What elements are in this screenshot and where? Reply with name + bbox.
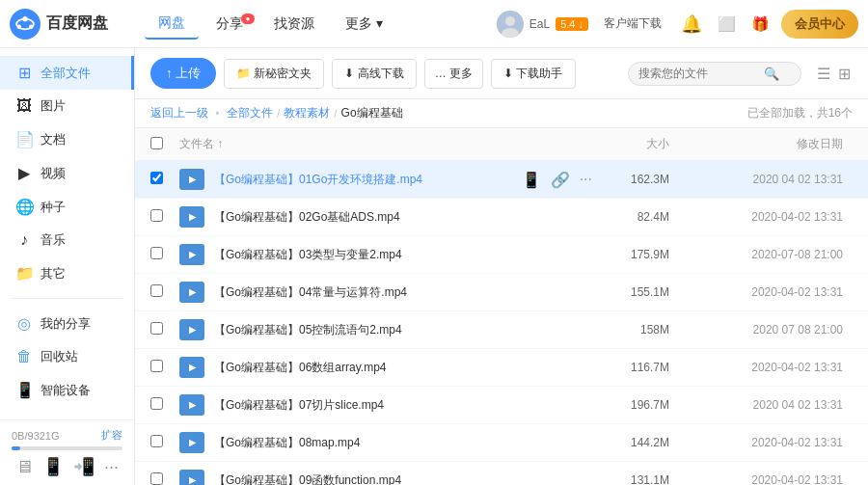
download-help-btn[interactable]: ⬇ 下载助手 [491, 59, 575, 89]
sidebar-item-my-share[interactable]: ◎ 我的分享 [0, 307, 134, 340]
storage-bar-bg [12, 446, 122, 450]
sidebar-item-docs[interactable]: 📄 文档 [0, 122, 134, 156]
file-date: 2020-04-02 13:31 [698, 436, 853, 449]
grid-view-btn[interactable]: ⊞ [836, 63, 853, 85]
sidebar-item-trash[interactable]: 🗑 回收站 [0, 340, 134, 373]
table-row[interactable]: ▶ 【Go编程基础】03类型与变量2.mp4 175.9M 2020-07-08… [135, 236, 868, 274]
gift-icon[interactable]: 🎁 [747, 12, 773, 37]
sidebar-item-all-files[interactable]: ⊞ 全部文件 [0, 56, 134, 90]
sidebar-item-other[interactable]: 📁 其它 [0, 256, 134, 290]
all-files-icon: ⊞ [15, 64, 33, 82]
sidebar-item-images[interactable]: 🖼 图片 [0, 90, 134, 122]
header-date: 修改日期 [698, 136, 853, 152]
logo-text: 百度网盘 [46, 13, 108, 34]
file-date: 2020 07 08 21:00 [698, 323, 853, 337]
file-size: 144.2M [602, 436, 698, 449]
file-name: 【Go编程基础】02Go基础ADS.mp4 [208, 209, 602, 226]
breadcrumb-back[interactable]: 返回上一级 [150, 105, 208, 121]
file-date: 2020-04-02 13:31 [698, 285, 853, 299]
images-icon: 🖼 [15, 97, 33, 115]
mobile-icon[interactable]: 📱 [522, 171, 541, 189]
file-actions: 📱 🔗 ··· [522, 171, 592, 189]
vip-center-btn[interactable]: 会员中心 [781, 10, 858, 39]
notification-icon[interactable]: 🔔 [677, 10, 706, 39]
more-btn[interactable]: … 更多 [424, 59, 483, 89]
file-size: 116.7M [602, 361, 698, 374]
new-folder-btn[interactable]: 📁 新秘密文夹 [224, 59, 324, 89]
select-all-checkbox[interactable] [150, 137, 163, 149]
file-date: 2020 04 02 13:31 [698, 173, 853, 186]
client-download-btn[interactable]: 客户端下载 [596, 12, 669, 36]
file-checkbox[interactable] [150, 472, 163, 485]
file-type-icon: ▶ [179, 357, 208, 378]
settings-icon[interactable]: ⬜ [714, 12, 740, 37]
sidebar-label-other: 其它 [41, 265, 66, 283]
file-checkbox[interactable] [150, 360, 163, 372]
file-size: 82.4M [602, 210, 698, 224]
file-name: 【Go编程基础】07切片slice.mp4 [208, 397, 602, 414]
sidebar-label-music: 音乐 [41, 231, 66, 249]
table-row[interactable]: ▶ 【Go编程基础】05控制流语句2.mp4 158M 2020 07 08 2… [135, 311, 868, 349]
search-input[interactable] [638, 67, 764, 80]
more-devices-icon[interactable]: ··· [104, 457, 119, 477]
top-nav: 百度网盘 网盘 分享 ● 找资源 更多 ▾ EaL 5.4 ↓ 客户端下载 🔔 … [0, 0, 868, 48]
table-row[interactable]: ▶ 【Go编程基础】02Go基础ADS.mp4 82.4M 2020-04-02… [135, 199, 868, 236]
file-checkbox[interactable] [150, 322, 163, 335]
table-row[interactable]: ▶ 【Go编程基础】09函数function.mp4 131.1M 2020-0… [135, 462, 868, 485]
search-icon[interactable]: 🔍 [764, 67, 779, 81]
file-type-icon: ▶ [179, 394, 208, 416]
computer-icon[interactable]: 🖥 [15, 457, 33, 477]
file-count: 已全部加载，共16个 [747, 105, 853, 121]
main-layout: ⊞ 全部文件 🖼 图片 📄 文档 ▶ 视频 🌐 种子 ♪ 音乐 [0, 48, 868, 485]
file-name: 【Go编程基础】05控制流语句2.mp4 [208, 322, 602, 338]
svg-point-6 [505, 16, 515, 26]
table-row[interactable]: ▶ 【Go编程基础】06数组array.mp4 116.7M 2020-04-0… [135, 349, 868, 387]
tablet-icon[interactable]: 📱 [42, 456, 64, 477]
table-row[interactable]: ▶ 【Go编程基础】04常量与运算符.mp4 155.1M 2020-04-02… [135, 274, 868, 311]
file-checkbox[interactable] [150, 284, 163, 297]
upload-btn[interactable]: ↑ 上传 [150, 58, 216, 89]
table-row[interactable]: ▶ 【Go编程基础】08map.mp4 144.2M 2020-04-02 13… [135, 424, 868, 462]
file-checkbox-cell [150, 472, 179, 485]
file-type-icon: ▶ [179, 206, 208, 228]
file-date: 2020-04-02 13:31 [698, 361, 853, 374]
nav-item-find[interactable]: 找资源 [260, 10, 328, 39]
sidebar-item-torrents[interactable]: 🌐 种子 [0, 190, 134, 224]
file-size: 155.1M [602, 285, 698, 299]
file-checkbox[interactable] [150, 247, 163, 259]
storage-bar-fill [12, 446, 20, 450]
file-type-icon: ▶ [179, 169, 208, 190]
breadcrumb-root[interactable]: 全部文件 [227, 105, 273, 121]
file-checkbox[interactable] [150, 209, 163, 222]
list-view-btn[interactable]: ☰ [815, 63, 832, 85]
file-checkbox[interactable] [150, 435, 163, 447]
share-action-icon[interactable]: 🔗 [551, 171, 570, 189]
device-icon: 📱 [15, 381, 33, 399]
file-type-icon: ▶ [179, 432, 208, 453]
table-row[interactable]: ▶ 【Go编程基础】07切片slice.mp4 196.7M 2020 04 0… [135, 387, 868, 424]
search-box: 🔍 [628, 62, 801, 86]
table-row[interactable]: ▶ 【Go编程基础】01Go开发环境搭建.mp4 📱 🔗 ··· 162.3M … [135, 161, 868, 199]
file-date: 2020-07-08 21:00 [698, 248, 853, 261]
file-checkbox[interactable] [150, 397, 163, 410]
nav-item-netdisk[interactable]: 网盘 [145, 9, 199, 40]
video-icon: ▶ [179, 357, 204, 378]
breadcrumb-folder1[interactable]: 教程素材 [284, 105, 330, 121]
sidebar-item-music[interactable]: ♪ 音乐 [0, 224, 134, 256]
svg-point-2 [22, 16, 27, 21]
user-area[interactable]: EaL 5.4 ↓ [497, 11, 588, 38]
sidebar-item-device[interactable]: 📱 智能设备 [0, 373, 134, 407]
download-btn[interactable]: ⬇ 高线下载 [332, 59, 416, 89]
expand-btn[interactable]: 扩容 [101, 428, 122, 443]
file-checkbox-cell [150, 322, 179, 337]
sidebar-label-videos: 视频 [41, 165, 66, 182]
nav-item-more[interactable]: 更多 ▾ [332, 10, 396, 39]
sidebar-secondary-section: ◎ 我的分享 🗑 回收站 📱 智能设备 [0, 299, 134, 415]
file-checkbox[interactable] [150, 172, 163, 184]
phone-icon[interactable]: 📲 [73, 456, 95, 477]
more-action-icon[interactable]: ··· [580, 171, 592, 188]
sidebar-item-videos[interactable]: ▶ 视频 [0, 156, 134, 190]
file-type-icon: ▶ [179, 244, 208, 265]
nav-item-share[interactable]: 分享 ● [203, 10, 257, 39]
header-name: 文件名 ↑ [179, 136, 602, 152]
